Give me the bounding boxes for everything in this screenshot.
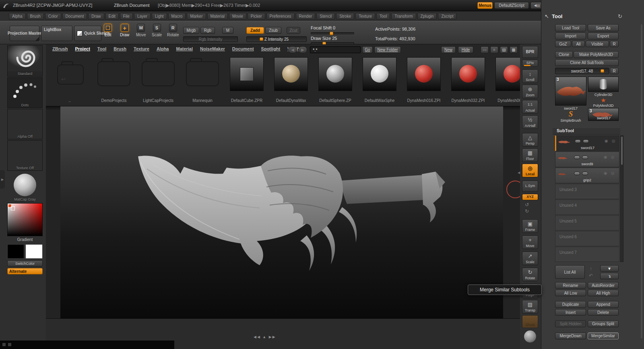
- quick-sketch-button[interactable]: Quick Sketch: [74, 26, 101, 41]
- lightbox-tab-material[interactable]: Material: [176, 46, 193, 51]
- cylinder3d-thumbnail[interactable]: [588, 77, 619, 92]
- subtool-row-sword9[interactable]: ◉ ◎ sword9: [555, 152, 619, 167]
- simplebrush-icon[interactable]: S: [555, 110, 586, 118]
- lightbox-item-demoprojects[interactable]: DemoProjects: [92, 56, 136, 106]
- menu-light[interactable]: Light: [152, 13, 167, 20]
- subtool-section-header[interactable]: SubTool: [553, 128, 620, 135]
- projection-master-button[interactable]: Projection Master: [10, 26, 39, 41]
- polypaint-toggle-icon[interactable]: [582, 156, 588, 159]
- lightbox-back-button[interactable]: ◀: [288, 46, 297, 53]
- lightbox-item-lightcapprojects[interactable]: LightCapProjects: [136, 56, 180, 106]
- lightbox-tab-alpha[interactable]: Alpha: [157, 46, 169, 51]
- subtool-row-unused5[interactable]: Unused 5: [555, 215, 619, 231]
- eye-icon[interactable]: ◉: [604, 171, 607, 175]
- menu-edit[interactable]: Edit: [105, 13, 119, 20]
- actual-button[interactable]: 1:1Actual: [522, 100, 538, 114]
- zoom-button[interactable]: ⊕Zoom: [522, 85, 538, 98]
- rgb-intensity-slider[interactable]: Rgb Intensity: [183, 36, 238, 42]
- import-button[interactable]: Import: [555, 33, 586, 39]
- lightbox-tab-tool[interactable]: Tool: [97, 46, 106, 51]
- menu-alpha[interactable]: Alpha: [9, 13, 26, 20]
- menu-stencil[interactable]: Stencil: [316, 13, 335, 20]
- menu-picker[interactable]: Picker: [248, 13, 265, 20]
- all-low-button[interactable]: All Low: [555, 290, 586, 296]
- menu-draw[interactable]: Draw: [88, 13, 104, 20]
- menu-layer[interactable]: Layer: [134, 13, 151, 20]
- ghost-button[interactable]: Ghost: [522, 315, 538, 328]
- lightbox-filter-input[interactable]: [310, 46, 361, 53]
- brush-icon[interactable]: ◎: [612, 139, 615, 143]
- visibility-toggle-icon[interactable]: [574, 172, 580, 175]
- spin-axis-icon[interactable]: ↻: [525, 208, 529, 214]
- lightbox-tab-spotlight[interactable]: Spotlight: [261, 46, 281, 51]
- lightbox-tab-texture[interactable]: Texture: [134, 46, 149, 51]
- lightbox-new-button[interactable]: New: [441, 46, 456, 53]
- spix-slider[interactable]: SPix: [522, 60, 538, 67]
- menu-render[interactable]: Render: [296, 13, 316, 20]
- lightbox-item-defaultcube[interactable]: DefaultCube.ZPR: [225, 56, 269, 106]
- local-button[interactable]: ◎Local: [522, 164, 538, 177]
- lsym-button[interactable]: L.Sym: [522, 181, 538, 192]
- transp-button[interactable]: ▨Transp: [522, 300, 538, 314]
- lightbox-tab-noisemaker[interactable]: NoiseMaker: [200, 46, 225, 51]
- make-polymesh3d-button[interactable]: Make PolyMesh3D: [574, 51, 619, 58]
- lightbox-thumb-view-icon[interactable]: ▦: [510, 46, 518, 53]
- clone-all-subtools-button[interactable]: Clone All SubTools: [555, 59, 619, 66]
- merge-down-button[interactable]: MergeDown: [555, 332, 586, 339]
- groups-split-button[interactable]: Groups Split: [588, 320, 619, 327]
- move-down-button[interactable]: ▼: [600, 265, 619, 272]
- all-high-button[interactable]: All High: [588, 290, 619, 296]
- bpr-button[interactable]: BPR: [522, 46, 538, 58]
- menu-transform[interactable]: Transform: [391, 13, 416, 20]
- menu-movie[interactable]: Movie: [229, 13, 246, 20]
- goz-button[interactable]: GoZ: [555, 41, 571, 47]
- subtool-row-grip2[interactable]: ◉ ◎ grip2: [555, 168, 619, 183]
- z-intensity-handle[interactable]: [260, 37, 263, 41]
- save-as-button[interactable]: Save As: [588, 24, 619, 31]
- nav-rotate-button[interactable]: ↻Rotate: [522, 268, 538, 281]
- move-mode-button[interactable]: M Move: [136, 24, 146, 37]
- goz-all-button[interactable]: All: [572, 41, 585, 47]
- bottom-bar-icon-1[interactable]: [2, 343, 6, 346]
- menu-document[interactable]: Document: [62, 13, 87, 20]
- insert-button[interactable]: Insert: [555, 309, 586, 316]
- export-button[interactable]: Export: [588, 33, 619, 39]
- color-picker[interactable]: [7, 203, 43, 236]
- switch-color-button[interactable]: SwitchColor: [7, 260, 43, 266]
- menu-marker[interactable]: Marker: [187, 13, 206, 20]
- polypaint-toggle-icon[interactable]: [583, 139, 589, 143]
- lightbox-item-dynamesh032[interactable]: DynaMesh032.ZPI: [446, 56, 490, 106]
- eye-icon[interactable]: ◉: [604, 155, 607, 159]
- current-stroke-button[interactable]: Dots: [7, 77, 43, 108]
- split-hidden-button[interactable]: Split Hidden: [555, 320, 586, 327]
- lightbox-grid-view-icon[interactable]: ▤: [500, 46, 508, 53]
- zadd-button[interactable]: Zadd: [246, 27, 264, 34]
- scale-mode-button[interactable]: S Scale: [152, 24, 162, 37]
- polypaint-toggle-icon[interactable]: [582, 172, 588, 175]
- lightbox-minimize-view-icon[interactable]: ▭: [481, 46, 489, 53]
- bottom-bar-icon-2[interactable]: [8, 343, 11, 346]
- move-up-dim-icon[interactable]: ↑: [590, 266, 592, 272]
- lightbox-item-up[interactable]: ↩ ..: [47, 56, 92, 106]
- palette-hook-icon[interactable]: ↖: [545, 13, 549, 19]
- lightbox-tab-zbrush[interactable]: ZBrush: [52, 46, 68, 51]
- autoreorder-button[interactable]: AutoReorder: [588, 282, 619, 289]
- move-up-nested-dim-icon[interactable]: ↶: [589, 273, 593, 278]
- load-tool-button[interactable]: Load Tool: [555, 24, 586, 31]
- brush-icon[interactable]: ◎: [611, 171, 615, 175]
- gradient-label[interactable]: Gradient: [7, 237, 43, 242]
- draw-mode-button[interactable]: + Draw: [120, 24, 129, 37]
- rgb-button[interactable]: Rgb: [200, 27, 215, 34]
- menus-button[interactable]: Menus: [477, 2, 493, 9]
- color-cursor[interactable]: [11, 206, 15, 210]
- delete-button[interactable]: Delete: [588, 309, 619, 316]
- focal-shift-slider[interactable]: [311, 32, 354, 34]
- zsub-button[interactable]: Zsub: [265, 27, 281, 34]
- menu-tool[interactable]: Tool: [376, 13, 390, 20]
- current-alpha-button[interactable]: Alpha Off: [7, 109, 43, 139]
- list-all-button[interactable]: List All: [555, 265, 585, 279]
- aahalf-button[interactable]: ½AAHalf: [522, 115, 538, 129]
- menu-material[interactable]: Material: [207, 13, 228, 20]
- menu-color[interactable]: Color: [45, 13, 61, 20]
- subtool-row-sword17[interactable]: ◉ ◎ sword17: [555, 135, 619, 151]
